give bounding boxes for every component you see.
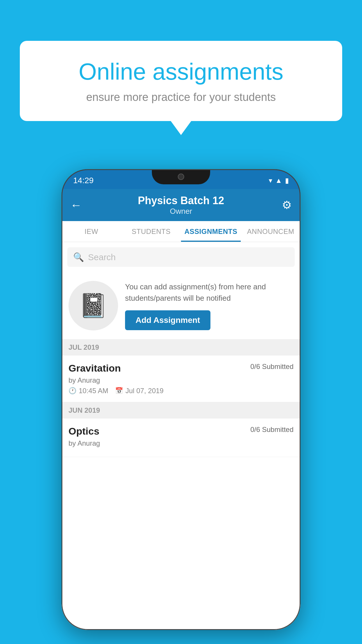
section-header-jun: JUN 2019	[61, 402, 301, 419]
app-header: ← Physics Batch 12 Owner ⚙	[61, 189, 301, 221]
assignment-item-gravitation[interactable]: Gravitation 0/6 Submitted by Anurag 🕐 10…	[61, 356, 301, 402]
wifi-icon: ▾	[269, 176, 272, 185]
phone-frame: 14:29 ▾ ▲ ▮ ← Physics Batch 12 Owner ⚙ I…	[61, 169, 301, 630]
assignment-row-top-optics: Optics 0/6 Submitted	[68, 426, 294, 437]
header-title: Physics Batch 12	[138, 195, 224, 207]
promo-description: You can add assignment(s) from here and …	[125, 281, 294, 304]
promo-text-block: You can add assignment(s) from here and …	[125, 281, 294, 330]
assignment-title-gravitation: Gravitation	[68, 363, 121, 374]
header-subtitle: Owner	[138, 207, 224, 216]
back-button[interactable]: ←	[70, 199, 82, 212]
assignment-author-gravitation: by Anurag	[68, 376, 294, 384]
front-camera	[178, 174, 184, 180]
search-bar[interactable]: 🔍 Search	[67, 247, 295, 267]
status-time: 14:29	[73, 176, 94, 185]
assignment-title-optics: Optics	[68, 426, 99, 437]
header-title-block: Physics Batch 12 Owner	[138, 195, 224, 216]
settings-button[interactable]: ⚙	[282, 199, 292, 211]
phone-notch	[152, 169, 210, 184]
tab-iew[interactable]: IEW	[61, 221, 121, 242]
meta-date-gravitation: 📅 Jul 07, 2019	[115, 387, 164, 395]
assignment-item-optics[interactable]: Optics 0/6 Submitted by Anurag	[61, 419, 301, 457]
status-icons: ▾ ▲ ▮	[269, 176, 289, 185]
speech-bubble-container: Online assignments ensure more practice …	[20, 41, 342, 121]
assignment-submitted-optics: 0/6 Submitted	[250, 426, 294, 434]
battery-icon: ▮	[285, 176, 289, 185]
calendar-icon: 📅	[115, 387, 123, 395]
promo-block: 📓 You can add assignment(s) from here an…	[61, 272, 301, 339]
phone-screen: IEW STUDENTS ASSIGNMENTS ANNOUNCEM 🔍 Sea…	[61, 221, 301, 630]
assignment-submitted-gravitation: 0/6 Submitted	[250, 363, 294, 371]
search-container: 🔍 Search	[61, 242, 301, 272]
signal-icon: ▲	[275, 176, 282, 185]
search-icon: 🔍	[73, 252, 84, 262]
add-assignment-button[interactable]: Add Assignment	[125, 310, 210, 330]
assignment-date-gravitation: Jul 07, 2019	[125, 387, 164, 395]
phone-container: 14:29 ▾ ▲ ▮ ← Physics Batch 12 Owner ⚙ I…	[61, 169, 301, 630]
tab-students[interactable]: STUDENTS	[121, 221, 181, 242]
assignment-row-top: Gravitation 0/6 Submitted	[68, 363, 294, 374]
assignment-author-optics: by Anurag	[68, 439, 294, 447]
speech-bubble: Online assignments ensure more practice …	[20, 41, 342, 121]
tabs-bar: IEW STUDENTS ASSIGNMENTS ANNOUNCEM	[61, 221, 301, 242]
assignment-meta-gravitation: 🕐 10:45 AM 📅 Jul 07, 2019	[68, 387, 294, 395]
promo-icon-circle: 📓	[68, 281, 118, 330]
assignment-time-gravitation: 10:45 AM	[79, 387, 108, 395]
section-header-jul: JUL 2019	[61, 339, 301, 356]
tab-announcements[interactable]: ANNOUNCEM	[241, 221, 301, 242]
speech-bubble-subtitle: ensure more practice for your students	[40, 91, 322, 104]
notebook-icon: 📓	[79, 292, 108, 319]
speech-bubble-title: Online assignments	[40, 58, 322, 85]
search-input[interactable]: Search	[88, 252, 116, 262]
tab-assignments[interactable]: ASSIGNMENTS	[181, 221, 241, 242]
meta-time-gravitation: 🕐 10:45 AM	[68, 387, 108, 395]
clock-icon: 🕐	[68, 387, 76, 395]
